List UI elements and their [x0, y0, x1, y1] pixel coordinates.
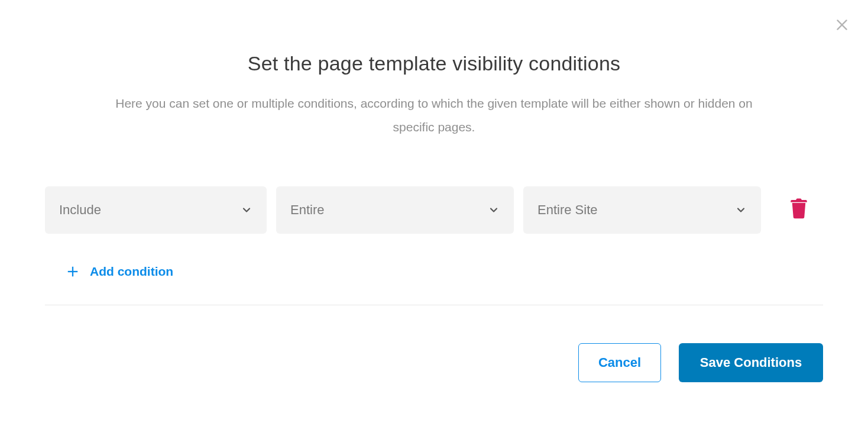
conditions-list: Include Entire Entire Site	[0, 186, 868, 305]
delete-condition-button[interactable]	[783, 195, 814, 225]
dialog-title: Set the page template visibility conditi…	[0, 52, 868, 75]
condition-target-value: Entire Site	[537, 202, 598, 218]
add-condition-label: Add condition	[90, 264, 173, 279]
save-conditions-button[interactable]: Save Conditions	[679, 343, 823, 382]
chevron-down-icon	[488, 204, 500, 216]
condition-mode-value: Include	[59, 202, 101, 218]
close-icon	[834, 17, 850, 35]
save-label: Save Conditions	[700, 355, 802, 370]
chevron-down-icon	[241, 204, 252, 216]
close-button[interactable]	[833, 17, 851, 36]
condition-scope-select[interactable]: Entire	[276, 186, 514, 234]
cancel-label: Cancel	[598, 355, 641, 370]
condition-scope-value: Entire	[290, 202, 324, 218]
dialog-footer: Cancel Save Conditions	[0, 305, 868, 382]
plus-icon	[66, 265, 79, 278]
dialog-content: Set the page template visibility conditi…	[0, 0, 868, 382]
cancel-button[interactable]: Cancel	[578, 343, 661, 382]
add-condition-button[interactable]: Add condition	[45, 264, 173, 279]
dialog-subtitle: Here you can set one or multiple conditi…	[115, 92, 753, 139]
chevron-down-icon	[735, 204, 747, 216]
condition-target-select[interactable]: Entire Site	[523, 186, 761, 234]
condition-mode-select[interactable]: Include	[45, 186, 267, 234]
condition-row: Include Entire Entire Site	[45, 186, 823, 234]
trash-icon	[790, 198, 808, 222]
